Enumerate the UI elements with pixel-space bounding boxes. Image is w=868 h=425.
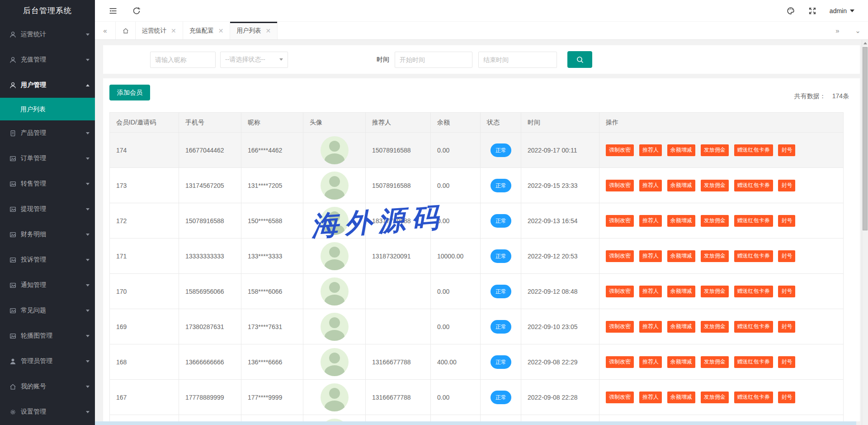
ban-button[interactable]: 封号 <box>778 215 795 227</box>
balance-adjust-button[interactable]: 余额增减 <box>667 321 695 333</box>
sidebar-item-orders[interactable]: 订单管理 <box>0 146 95 171</box>
referrer-button[interactable]: 推荐人 <box>639 286 662 297</box>
force-password-button[interactable]: 强制改密 <box>606 144 634 156</box>
ban-button[interactable]: 封号 <box>778 250 795 262</box>
balance-adjust-button[interactable]: 余额增减 <box>667 144 695 156</box>
theme-palette-icon[interactable] <box>786 6 795 15</box>
user-menu[interactable]: admin <box>830 7 854 14</box>
collapse-menu-icon[interactable] <box>108 6 118 15</box>
grant-commission-button[interactable]: 发放佣金 <box>701 144 729 156</box>
cell-nickname: 150****6588 <box>241 203 303 239</box>
grant-commission-button[interactable]: 发放佣金 <box>701 392 729 403</box>
sidebar-item-my-account[interactable]: 我的账号 <box>0 374 95 399</box>
sidebar-item-carousel[interactable]: 轮播图管理 <box>0 323 95 349</box>
force-password-button[interactable]: 强制改密 <box>606 215 634 227</box>
force-password-button[interactable]: 强制改密 <box>606 356 634 368</box>
sidebar-item-user-list[interactable]: 用户列表 <box>0 98 95 120</box>
gift-coupon-button[interactable]: 赠送红包卡券 <box>734 250 773 262</box>
sidebar-item-products[interactable]: 产品管理 <box>0 120 95 146</box>
sidebar-item-label: 轮播图管理 <box>21 332 52 340</box>
vertical-scrollbar[interactable] <box>862 40 868 425</box>
referrer-button[interactable]: 推荐人 <box>639 392 662 403</box>
gift-coupon-button[interactable]: 赠送红包卡券 <box>734 144 773 156</box>
sidebar-item-operations[interactable]: 运营统计 <box>0 22 95 47</box>
force-password-button[interactable]: 强制改密 <box>606 250 634 262</box>
home-icon <box>9 383 17 391</box>
ban-button[interactable]: 封号 <box>778 286 795 297</box>
total-value: 174条 <box>832 92 849 100</box>
sidebar-item-users[interactable]: 用户管理 <box>0 72 95 98</box>
grant-commission-button[interactable]: 发放佣金 <box>701 180 729 191</box>
sidebar-item-label: 常见问题 <box>21 306 46 315</box>
end-time-input[interactable] <box>478 52 557 68</box>
balance-adjust-button[interactable]: 余额增减 <box>667 180 695 191</box>
force-password-button[interactable]: 强制改密 <box>606 286 634 297</box>
sidebar-item-settings[interactable]: 设置管理 <box>0 399 95 425</box>
fullscreen-icon[interactable] <box>808 6 817 15</box>
horizontal-scrollbar[interactable] <box>95 421 862 425</box>
grant-commission-button[interactable]: 发放佣金 <box>701 356 729 368</box>
horizontal-scrollbar-thumb[interactable] <box>95 421 856 425</box>
refresh-icon[interactable] <box>132 6 141 15</box>
tab-operations[interactable]: 运营统计 ✕ <box>136 22 183 39</box>
referrer-button[interactable]: 推荐人 <box>639 250 662 262</box>
ban-button[interactable]: 封号 <box>778 180 795 191</box>
ban-button[interactable]: 封号 <box>778 356 795 368</box>
balance-adjust-button[interactable]: 余额增减 <box>667 215 695 227</box>
gift-coupon-button[interactable]: 赠送红包卡券 <box>734 321 773 333</box>
grant-commission-button[interactable]: 发放佣金 <box>701 250 729 262</box>
close-icon[interactable]: ✕ <box>171 28 176 34</box>
nickname-input[interactable] <box>150 52 216 68</box>
ban-button[interactable]: 封号 <box>778 392 795 403</box>
cell-referrer: 13166677788 <box>366 344 431 380</box>
balance-adjust-button[interactable]: 余额增减 <box>667 250 695 262</box>
vertical-scrollbar-thumb[interactable] <box>863 47 868 230</box>
referrer-button[interactable]: 推荐人 <box>639 321 662 333</box>
gift-coupon-button[interactable]: 赠送红包卡券 <box>734 215 773 227</box>
gift-coupon-button[interactable]: 赠送红包卡券 <box>734 180 773 191</box>
sidebar-item-complaints[interactable]: 投诉管理 <box>0 247 95 272</box>
sidebar-item-finance[interactable]: 财务明细 <box>0 222 95 247</box>
referrer-button[interactable]: 推荐人 <box>639 215 662 227</box>
tabs-scroll-right-icon[interactable]: » <box>827 22 848 39</box>
tab-recharge-config[interactable]: 充值配置 ✕ <box>183 22 231 39</box>
search-button[interactable] <box>567 51 592 68</box>
ban-button[interactable]: 封号 <box>778 144 795 156</box>
force-password-button[interactable]: 强制改密 <box>606 180 634 191</box>
status-badge: 正常 <box>491 143 511 157</box>
start-time-input[interactable] <box>395 52 472 68</box>
close-icon[interactable]: ✕ <box>265 28 271 34</box>
add-member-button[interactable]: 添加会员 <box>109 85 150 100</box>
grant-commission-button[interactable]: 发放佣金 <box>701 286 729 297</box>
grant-commission-button[interactable]: 发放佣金 <box>701 215 729 227</box>
cell-status: 正常 <box>481 133 521 168</box>
gift-coupon-button[interactable]: 赠送红包卡券 <box>734 286 773 297</box>
avatar <box>321 207 349 235</box>
gift-coupon-button[interactable]: 赠送红包卡券 <box>734 392 773 403</box>
sidebar-item-admins[interactable]: 管理员管理 <box>0 349 95 374</box>
referrer-button[interactable]: 推荐人 <box>639 144 662 156</box>
sidebar-item-faq[interactable]: 常见问题 <box>0 298 95 323</box>
table-header-cell: 操作 <box>599 113 844 133</box>
gift-coupon-button[interactable]: 赠送红包卡券 <box>734 356 773 368</box>
referrer-button[interactable]: 推荐人 <box>639 180 662 191</box>
balance-adjust-button[interactable]: 余额增减 <box>667 286 695 297</box>
close-icon[interactable]: ✕ <box>218 28 224 34</box>
sidebar-item-recharge[interactable]: 充值管理 <box>0 47 95 72</box>
scroll-up-icon[interactable] <box>863 42 867 44</box>
force-password-button[interactable]: 强制改密 <box>606 321 634 333</box>
sidebar-item-withdrawal[interactable]: 提现管理 <box>0 196 95 222</box>
balance-adjust-button[interactable]: 余额增减 <box>667 356 695 368</box>
tabs-menu-icon[interactable]: ⌄ <box>848 22 868 39</box>
tabs-scroll-left-icon[interactable]: « <box>95 22 115 39</box>
ban-button[interactable]: 封号 <box>778 321 795 333</box>
force-password-button[interactable]: 强制改密 <box>606 392 634 403</box>
grant-commission-button[interactable]: 发放佣金 <box>701 321 729 333</box>
balance-adjust-button[interactable]: 余额增减 <box>667 392 695 403</box>
status-select[interactable]: --请选择状态-- <box>220 52 288 68</box>
referrer-button[interactable]: 推荐人 <box>639 356 662 368</box>
sidebar-item-notifications[interactable]: 通知管理 <box>0 272 95 298</box>
sidebar-item-resale[interactable]: 转售管理 <box>0 171 95 196</box>
home-tab[interactable] <box>115 22 136 39</box>
tab-user-list[interactable]: 用户列表 ✕ <box>230 22 278 39</box>
